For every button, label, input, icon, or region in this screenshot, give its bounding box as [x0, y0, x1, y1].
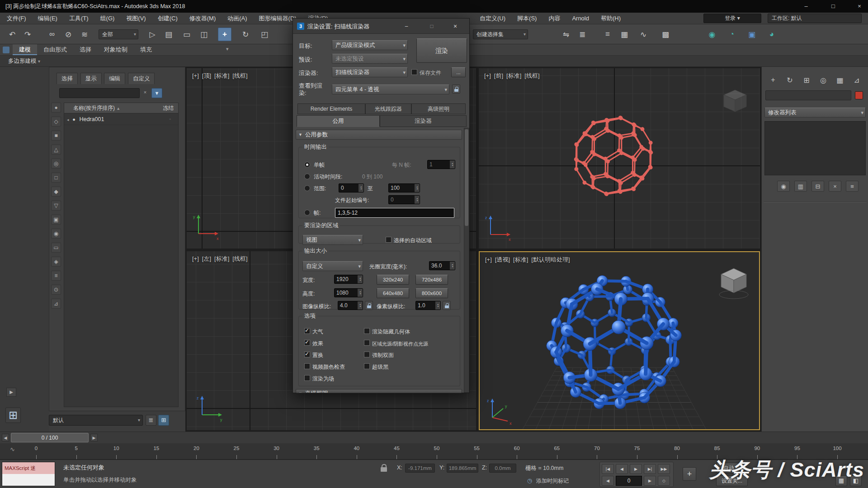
menu-item[interactable]: Arnold [566, 13, 595, 24]
viewport-menu-general[interactable]: [+] [485, 256, 492, 263]
c60-molecule-wireframe[interactable] [479, 68, 760, 249]
spinner-arrows-icon[interactable]: ▴▾ [359, 184, 363, 192]
select-object-icon[interactable]: ▷ [146, 28, 159, 41]
filter-geometry-icon[interactable]: ◇ [51, 117, 61, 127]
current-frame-field[interactable]: 0 [616, 476, 642, 486]
atmosphere-checkbox[interactable] [304, 328, 310, 334]
filter-all-icon[interactable]: ● [51, 103, 61, 113]
menu-item[interactable]: 自定义(U) [474, 13, 511, 24]
super-black-checkbox[interactable] [364, 363, 370, 369]
displacement-checkbox[interactable] [304, 352, 310, 357]
previous-frame-icon[interactable]: ◀ [616, 464, 628, 474]
isolate-selection-button[interactable]: ⊞ [158, 415, 169, 426]
menu-item[interactable]: 视图(V) [120, 13, 151, 24]
align-icon[interactable]: ≣ [576, 28, 589, 41]
menu-item[interactable]: 组(G) [94, 13, 121, 24]
area-lights-as-points-checkbox[interactable] [364, 340, 370, 346]
common-parameters-rollout[interactable]: 公用参数 [296, 130, 462, 140]
preset-640x480-button[interactable]: 640x480 [377, 288, 409, 298]
video-color-check-checkbox[interactable] [304, 363, 310, 369]
renderer-dropdown[interactable]: 扫描线渲染器 [332, 67, 408, 77]
menu-item[interactable]: 脚本(S) [511, 13, 542, 24]
filter-materials-icon[interactable]: ◈ [51, 257, 61, 267]
expand-toggle-icon[interactable]: ◂ [67, 117, 69, 122]
filter-containers-icon[interactable]: ▭ [51, 243, 61, 253]
explorer-tab-customize[interactable]: 自定义 [128, 73, 155, 84]
next-frame-icon[interactable]: ▶| [644, 464, 656, 474]
viewport-front[interactable]: [+][前][标准][线框] x z [479, 68, 760, 249]
menu-item[interactable]: 工具(T) [63, 13, 94, 24]
utilities-tab-icon[interactable]: ⊿ [850, 73, 863, 87]
viewport-menu-shading[interactable]: [线框] [524, 72, 539, 79]
add-time-tag[interactable]: 添加时间标记 [536, 477, 569, 485]
viewport-menu-general[interactable]: [+] [192, 255, 199, 262]
single-frame-radio[interactable] [304, 162, 310, 168]
show-end-result-icon[interactable]: ▥ [794, 181, 807, 192]
viewport-menu-general[interactable]: [+] [484, 72, 491, 79]
filter-bones-icon[interactable]: ◉ [51, 229, 61, 239]
hierarchy-tab-icon[interactable]: ⊞ [800, 73, 813, 87]
tab-common[interactable]: 公用 [297, 115, 380, 127]
search-filter-funnel-icon[interactable]: ▼ [151, 88, 162, 98]
width-spinner[interactable]: 1920▴▾ [334, 275, 363, 284]
select-and-rotate-icon[interactable]: ↻ [239, 28, 252, 41]
filter-helpers-icon[interactable]: □ [51, 173, 61, 183]
filter-xrefs-icon[interactable]: ▣ [51, 215, 61, 225]
filter-frozen-icon[interactable]: ⊿ [51, 299, 61, 309]
range-radio[interactable] [304, 185, 310, 191]
go-to-start-icon[interactable]: |◀ [602, 464, 614, 474]
image-aspect-lock-icon[interactable] [365, 301, 373, 310]
explorer-search-input[interactable] [59, 88, 140, 98]
y-coordinate-field[interactable]: 189.865mm [447, 464, 478, 473]
explorer-tab-select[interactable]: 选择 [57, 73, 78, 84]
tab-raytracer[interactable]: 光线跟踪器 [365, 103, 411, 114]
next-frame-arrow-icon[interactable]: ▶ [90, 434, 98, 441]
viewport-menu-shading[interactable]: [线框] [232, 72, 247, 79]
ribbon-tab-对象绘制[interactable]: 对象绘制 [98, 44, 134, 55]
filter-selection-sets-icon[interactable]: ≡ [51, 271, 61, 281]
select-by-name-icon[interactable]: ▤ [162, 28, 175, 41]
area-to-render-dropdown[interactable]: 视图 [302, 235, 363, 245]
advanced-lighting-rollout[interactable]: 高级照明 [296, 389, 462, 393]
viewport-layout-tabs-icon[interactable]: ⊞ [5, 408, 21, 423]
select-and-move-icon[interactable]: + [218, 28, 231, 41]
toggle-ribbon-icon[interactable]: ▦ [618, 28, 631, 41]
menu-item[interactable]: 创建(C) [152, 13, 184, 24]
object-color-swatch[interactable] [855, 91, 863, 99]
ribbon-tab-选择[interactable]: 选择 [73, 44, 98, 55]
explorer-tab-display[interactable]: 显示 [80, 73, 102, 84]
trackbar-curves-icon[interactable]: ∿ [10, 446, 15, 453]
tab-advanced-lighting[interactable]: 高级照明 [411, 103, 466, 114]
time-slider-handle[interactable]: 0 / 100 [11, 433, 89, 442]
named-selection-sets-dropdown[interactable]: 创建选择集 [473, 29, 528, 39]
tab-renderer[interactable]: 渲染器 [380, 115, 467, 127]
filter-cameras-icon[interactable]: ◎ [51, 159, 61, 169]
aperture-spinner[interactable]: 36.0▴▾ [429, 261, 455, 270]
dialog-minimize-button[interactable]: – [400, 22, 413, 31]
viewport-menu-shading[interactable]: [默认明暗处理] [531, 256, 570, 263]
dialog-title-bar[interactable]: 3 渲染设置: 扫描线渲染器 – □ × [293, 19, 469, 34]
layer-manager-button[interactable]: ≣ [146, 415, 156, 426]
ribbon-tab-建模[interactable]: 建模 [13, 44, 37, 55]
explorer-object-list[interactable]: ◂ ● Hedra001 ▫ [64, 113, 179, 407]
select-and-link-icon[interactable]: ∞ [45, 28, 59, 41]
viewcube-faint[interactable] [719, 87, 751, 117]
explorer-expand-button[interactable]: ▶ [6, 388, 16, 397]
viewport-menu-style[interactable]: [标准] [513, 256, 528, 263]
menu-item[interactable]: 编辑(E) [32, 13, 63, 24]
viewport-menu-pov[interactable]: [透视] [495, 256, 510, 263]
dialog-scrollbar[interactable] [464, 128, 469, 393]
explorer-tab-edit[interactable]: 编辑 [104, 73, 125, 84]
modifier-list-dropdown[interactable]: 修改器列表 [764, 108, 866, 117]
preset-dropdown[interactable]: 未选定预设 [332, 54, 408, 64]
viewport-menu-shading[interactable]: [线框] [232, 255, 247, 262]
configure-modifier-sets-icon[interactable]: ≡ [846, 181, 859, 192]
preset-800x600-button[interactable]: 800x600 [415, 288, 448, 298]
object-name-field[interactable] [765, 90, 851, 100]
filter-lights-icon[interactable]: △ [51, 145, 61, 155]
frame-back-icon[interactable]: ◀ [602, 476, 614, 486]
key-mode-toggle-icon[interactable]: ◇ [658, 476, 670, 486]
target-dropdown[interactable]: 产品级渲染模式 [332, 40, 408, 50]
window-minimize-button[interactable]: – [796, 0, 816, 13]
every-n-spinner[interactable]: 1▴▾ [427, 160, 455, 169]
